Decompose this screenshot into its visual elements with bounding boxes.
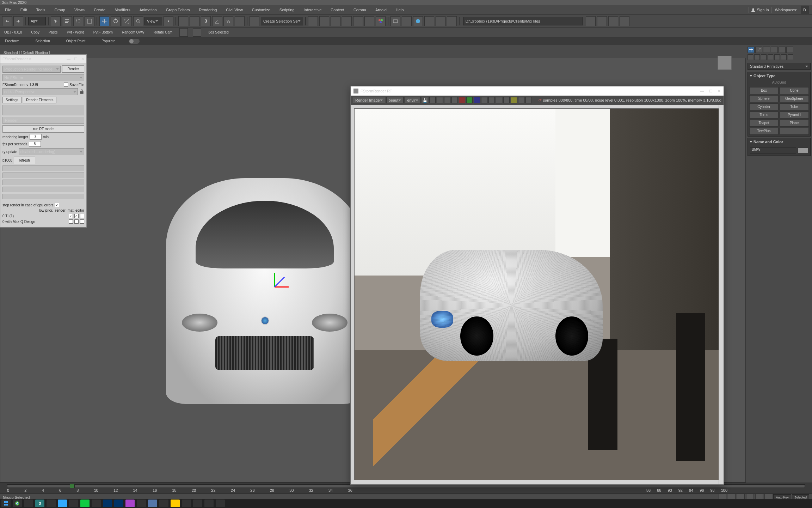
- taskbar-app-7[interactable]: [193, 500, 202, 507]
- menu-create[interactable]: Create: [92, 7, 107, 13]
- menu-help[interactable]: Help: [394, 7, 405, 13]
- ref-coord-dropdown[interactable]: View: [144, 17, 162, 25]
- rt-scrollbar[interactable]: [719, 105, 724, 484]
- project-btn-3[interactable]: [608, 16, 618, 26]
- reload-icon[interactable]: ⟳: [539, 98, 542, 103]
- utilities-tab[interactable]: [786, 47, 793, 53]
- render-in-cloud-button[interactable]: [436, 16, 445, 26]
- rt-btn-3[interactable]: [437, 97, 443, 103]
- prim-empty[interactable]: [780, 128, 809, 135]
- menu-civil-view[interactable]: Civil View: [224, 7, 244, 13]
- rt-btn-10[interactable]: [488, 97, 495, 103]
- render-setup-button[interactable]: [390, 16, 400, 26]
- minimize-icon[interactable]: —: [67, 57, 70, 61]
- window-crossing-button[interactable]: [85, 16, 94, 26]
- ti-chk1[interactable]: [69, 214, 73, 218]
- project-btn-2[interactable]: [597, 16, 607, 26]
- menu-rendering[interactable]: Rendering: [198, 7, 219, 13]
- menu-corona[interactable]: Corona: [352, 7, 368, 13]
- taskbar-skype-icon[interactable]: [58, 500, 67, 507]
- taskbar-notepad-icon[interactable]: [137, 500, 146, 507]
- fstorm-titlebar[interactable]: FStormRender v... — ☐ ✕: [0, 55, 86, 63]
- section-2[interactable]: [2, 165, 84, 171]
- schematic-view-button[interactable]: [364, 16, 374, 26]
- prim-teapot[interactable]: Teapot: [749, 120, 779, 127]
- taskbar-photoshop-icon[interactable]: [114, 500, 123, 507]
- motion-tab[interactable]: [771, 47, 778, 53]
- undo-button[interactable]: [2, 16, 12, 26]
- ribbon-populate[interactable]: Populate: [99, 38, 118, 44]
- select-rotate-button[interactable]: [111, 16, 121, 26]
- menu-tools[interactable]: Tools: [35, 7, 47, 13]
- prim-cylinder[interactable]: Cylinder: [749, 103, 779, 110]
- select-object-button[interactable]: [51, 16, 61, 26]
- use-pivot-button[interactable]: [164, 16, 173, 26]
- material-editor-button[interactable]: [376, 16, 386, 26]
- modify-tab[interactable]: [755, 47, 762, 53]
- helpers-icon[interactable]: [774, 54, 780, 60]
- select-scale-button[interactable]: [122, 16, 132, 26]
- rt-btn-13[interactable]: [511, 97, 517, 103]
- menu-scripting[interactable]: Scripting: [278, 7, 296, 13]
- menu-group[interactable]: Group: [53, 7, 67, 13]
- project-btn-1[interactable]: [586, 16, 596, 26]
- rectangle-select-button[interactable]: [73, 16, 83, 26]
- align-button[interactable]: [319, 16, 329, 26]
- shapes-icon[interactable]: [754, 54, 760, 60]
- object-color-swatch[interactable]: [798, 147, 808, 153]
- name-color-header[interactable]: ▾Name and Color: [748, 138, 810, 145]
- systems-icon[interactable]: [788, 54, 793, 60]
- rt-save-icon[interactable]: 💾: [422, 97, 428, 103]
- menu-modifiers[interactable]: Modifiers: [113, 7, 132, 13]
- rt-alpha-channel[interactable]: [481, 97, 487, 103]
- spacewarps-icon[interactable]: [781, 54, 787, 60]
- prim-tube[interactable]: Tube: [780, 103, 809, 110]
- rendering-mode-dropdown[interactable]: Production Rendering Mode: [2, 66, 61, 73]
- rt-btn-5[interactable]: [451, 97, 458, 103]
- curve-editor-button[interactable]: [353, 16, 363, 26]
- rt-btn-4[interactable]: [444, 97, 450, 103]
- menu-animation[interactable]: Animation: [138, 7, 158, 13]
- object-name-input[interactable]: BMW: [750, 147, 796, 153]
- prim-plane[interactable]: Plane: [780, 120, 809, 127]
- taskbar-chrome-icon[interactable]: [13, 500, 22, 507]
- rt-btn-12[interactable]: [503, 97, 510, 103]
- menu-edit[interactable]: Edit: [19, 7, 29, 13]
- maxq-chk3[interactable]: [80, 219, 84, 224]
- named-sel-dropdown[interactable]: Create Selection Se: [261, 17, 303, 25]
- section-1[interactable]: [2, 105, 84, 115]
- render-button[interactable]: Render: [62, 65, 84, 73]
- open-substance-button[interactable]: [447, 16, 457, 26]
- maximize-icon[interactable]: ☐: [709, 89, 713, 93]
- category-dropdown[interactable]: Standard Primitives: [748, 63, 811, 70]
- timeline-track[interactable]: [7, 484, 805, 488]
- section-5[interactable]: [2, 187, 84, 192]
- rendering-longer-spinner[interactable]: 3: [30, 134, 42, 140]
- taskbar-lightroom-icon[interactable]: [103, 500, 112, 507]
- redo-button[interactable]: [13, 16, 23, 26]
- lock-icon[interactable]: [79, 89, 84, 94]
- menu-customize[interactable]: Customize: [251, 7, 272, 13]
- settings-tab[interactable]: Settings: [2, 97, 21, 103]
- ti-chk2[interactable]: [74, 214, 79, 218]
- taskbar-app-6[interactable]: [182, 500, 191, 507]
- workspace-dropdown[interactable]: D: [801, 6, 808, 14]
- project-btn-4[interactable]: [620, 16, 629, 26]
- toggle-ribbon-button[interactable]: [342, 16, 352, 26]
- gizmo-y-axis[interactable]: [274, 273, 275, 287]
- fps-spinner[interactable]: 5: [29, 141, 41, 147]
- menu-content[interactable]: Content: [329, 7, 346, 13]
- taskbar-dropbox-icon[interactable]: [24, 500, 33, 507]
- rt-blue-channel[interactable]: [474, 97, 480, 103]
- prim-textplus[interactable]: TextPlus: [749, 128, 779, 135]
- view-cube[interactable]: [714, 52, 735, 73]
- car-model[interactable]: [166, 178, 363, 404]
- ti-chk3[interactable]: [80, 214, 84, 218]
- taskbar-app-9[interactable]: [216, 500, 225, 507]
- menu-file[interactable]: File: [4, 7, 13, 13]
- taskbar-app-3[interactable]: [125, 500, 135, 507]
- rt-green-channel[interactable]: [466, 97, 473, 103]
- keyboard-shortcut-button[interactable]: [190, 16, 199, 26]
- preset-dropdown[interactable]: No FStorm: [2, 74, 84, 81]
- pvt-world-button[interactable]: Pvt - World: [65, 30, 86, 35]
